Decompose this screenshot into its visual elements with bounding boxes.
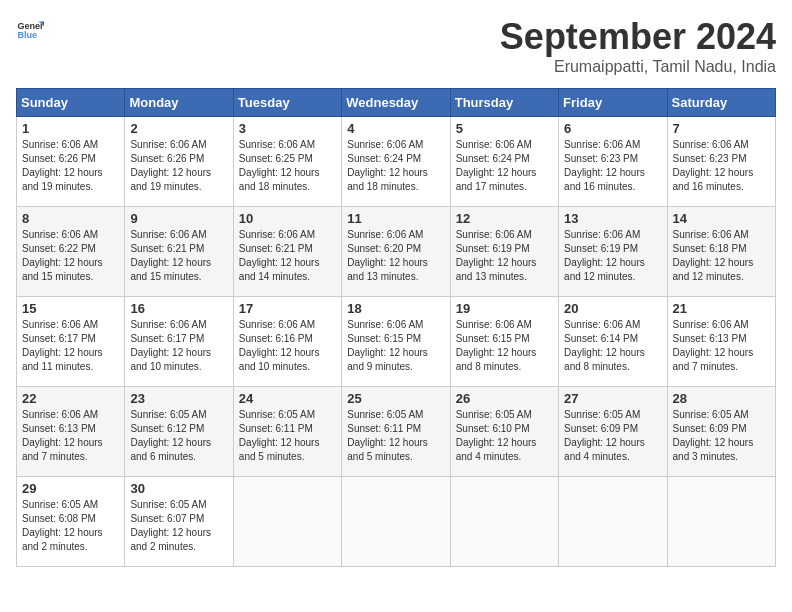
day-number: 30 xyxy=(130,481,227,496)
cell-content: Sunrise: 6:06 AM Sunset: 6:19 PM Dayligh… xyxy=(456,228,553,284)
table-row: 27Sunrise: 6:05 AM Sunset: 6:09 PM Dayli… xyxy=(559,387,667,477)
day-number: 28 xyxy=(673,391,770,406)
cell-content: Sunrise: 6:06 AM Sunset: 6:26 PM Dayligh… xyxy=(130,138,227,194)
day-number: 11 xyxy=(347,211,444,226)
calendar-table: Sunday Monday Tuesday Wednesday Thursday… xyxy=(16,88,776,567)
table-row: 20Sunrise: 6:06 AM Sunset: 6:14 PM Dayli… xyxy=(559,297,667,387)
table-row: 13Sunrise: 6:06 AM Sunset: 6:19 PM Dayli… xyxy=(559,207,667,297)
day-number: 1 xyxy=(22,121,119,136)
cell-content: Sunrise: 6:06 AM Sunset: 6:15 PM Dayligh… xyxy=(347,318,444,374)
table-row xyxy=(450,477,558,567)
table-row: 18Sunrise: 6:06 AM Sunset: 6:15 PM Dayli… xyxy=(342,297,450,387)
table-row: 9Sunrise: 6:06 AM Sunset: 6:21 PM Daylig… xyxy=(125,207,233,297)
cell-content: Sunrise: 6:06 AM Sunset: 6:19 PM Dayligh… xyxy=(564,228,661,284)
cell-content: Sunrise: 6:05 AM Sunset: 6:09 PM Dayligh… xyxy=(564,408,661,464)
day-number: 16 xyxy=(130,301,227,316)
header-thursday: Thursday xyxy=(450,89,558,117)
cell-content: Sunrise: 6:05 AM Sunset: 6:10 PM Dayligh… xyxy=(456,408,553,464)
day-number: 25 xyxy=(347,391,444,406)
day-number: 27 xyxy=(564,391,661,406)
table-row xyxy=(233,477,341,567)
table-row: 2Sunrise: 6:06 AM Sunset: 6:26 PM Daylig… xyxy=(125,117,233,207)
cell-content: Sunrise: 6:06 AM Sunset: 6:23 PM Dayligh… xyxy=(673,138,770,194)
calendar-body: 1Sunrise: 6:06 AM Sunset: 6:26 PM Daylig… xyxy=(17,117,776,567)
day-number: 6 xyxy=(564,121,661,136)
cell-content: Sunrise: 6:06 AM Sunset: 6:13 PM Dayligh… xyxy=(673,318,770,374)
header-friday: Friday xyxy=(559,89,667,117)
table-row: 5Sunrise: 6:06 AM Sunset: 6:24 PM Daylig… xyxy=(450,117,558,207)
calendar-title: September 2024 xyxy=(500,16,776,58)
cell-content: Sunrise: 6:06 AM Sunset: 6:22 PM Dayligh… xyxy=(22,228,119,284)
cell-content: Sunrise: 6:05 AM Sunset: 6:12 PM Dayligh… xyxy=(130,408,227,464)
day-number: 12 xyxy=(456,211,553,226)
day-number: 24 xyxy=(239,391,336,406)
table-row: 7Sunrise: 6:06 AM Sunset: 6:23 PM Daylig… xyxy=(667,117,775,207)
table-row: 28Sunrise: 6:05 AM Sunset: 6:09 PM Dayli… xyxy=(667,387,775,477)
day-number: 23 xyxy=(130,391,227,406)
table-row xyxy=(342,477,450,567)
day-number: 13 xyxy=(564,211,661,226)
cell-content: Sunrise: 6:05 AM Sunset: 6:08 PM Dayligh… xyxy=(22,498,119,554)
cell-content: Sunrise: 6:06 AM Sunset: 6:21 PM Dayligh… xyxy=(239,228,336,284)
day-number: 4 xyxy=(347,121,444,136)
cell-content: Sunrise: 6:06 AM Sunset: 6:20 PM Dayligh… xyxy=(347,228,444,284)
table-row: 23Sunrise: 6:05 AM Sunset: 6:12 PM Dayli… xyxy=(125,387,233,477)
table-row: 11Sunrise: 6:06 AM Sunset: 6:20 PM Dayli… xyxy=(342,207,450,297)
cell-content: Sunrise: 6:06 AM Sunset: 6:15 PM Dayligh… xyxy=(456,318,553,374)
day-number: 7 xyxy=(673,121,770,136)
table-row: 19Sunrise: 6:06 AM Sunset: 6:15 PM Dayli… xyxy=(450,297,558,387)
table-row: 22Sunrise: 6:06 AM Sunset: 6:13 PM Dayli… xyxy=(17,387,125,477)
cell-content: Sunrise: 6:06 AM Sunset: 6:25 PM Dayligh… xyxy=(239,138,336,194)
table-row: 15Sunrise: 6:06 AM Sunset: 6:17 PM Dayli… xyxy=(17,297,125,387)
logo: General Blue xyxy=(16,16,44,44)
day-number: 18 xyxy=(347,301,444,316)
day-number: 19 xyxy=(456,301,553,316)
day-number: 5 xyxy=(456,121,553,136)
day-number: 9 xyxy=(130,211,227,226)
cell-content: Sunrise: 6:06 AM Sunset: 6:26 PM Dayligh… xyxy=(22,138,119,194)
cell-content: Sunrise: 6:05 AM Sunset: 6:07 PM Dayligh… xyxy=(130,498,227,554)
page-header: General Blue September 2024 Erumaippatti… xyxy=(16,16,776,76)
header-tuesday: Tuesday xyxy=(233,89,341,117)
cell-content: Sunrise: 6:06 AM Sunset: 6:17 PM Dayligh… xyxy=(22,318,119,374)
table-row: 6Sunrise: 6:06 AM Sunset: 6:23 PM Daylig… xyxy=(559,117,667,207)
cell-content: Sunrise: 6:05 AM Sunset: 6:11 PM Dayligh… xyxy=(239,408,336,464)
table-row: 1Sunrise: 6:06 AM Sunset: 6:26 PM Daylig… xyxy=(17,117,125,207)
day-number: 14 xyxy=(673,211,770,226)
day-number: 20 xyxy=(564,301,661,316)
table-row xyxy=(667,477,775,567)
svg-text:Blue: Blue xyxy=(17,30,37,40)
cell-content: Sunrise: 6:06 AM Sunset: 6:24 PM Dayligh… xyxy=(456,138,553,194)
title-section: September 2024 Erumaippatti, Tamil Nadu,… xyxy=(500,16,776,76)
table-row: 4Sunrise: 6:06 AM Sunset: 6:24 PM Daylig… xyxy=(342,117,450,207)
day-number: 3 xyxy=(239,121,336,136)
cell-content: Sunrise: 6:06 AM Sunset: 6:23 PM Dayligh… xyxy=(564,138,661,194)
table-row: 30Sunrise: 6:05 AM Sunset: 6:07 PM Dayli… xyxy=(125,477,233,567)
table-row: 14Sunrise: 6:06 AM Sunset: 6:18 PM Dayli… xyxy=(667,207,775,297)
logo-icon: General Blue xyxy=(16,16,44,44)
header-saturday: Saturday xyxy=(667,89,775,117)
table-row: 25Sunrise: 6:05 AM Sunset: 6:11 PM Dayli… xyxy=(342,387,450,477)
table-row: 26Sunrise: 6:05 AM Sunset: 6:10 PM Dayli… xyxy=(450,387,558,477)
table-row: 29Sunrise: 6:05 AM Sunset: 6:08 PM Dayli… xyxy=(17,477,125,567)
header-sunday: Sunday xyxy=(17,89,125,117)
cell-content: Sunrise: 6:05 AM Sunset: 6:09 PM Dayligh… xyxy=(673,408,770,464)
header-monday: Monday xyxy=(125,89,233,117)
day-number: 26 xyxy=(456,391,553,406)
table-row xyxy=(559,477,667,567)
day-number: 22 xyxy=(22,391,119,406)
table-row: 16Sunrise: 6:06 AM Sunset: 6:17 PM Dayli… xyxy=(125,297,233,387)
cell-content: Sunrise: 6:06 AM Sunset: 6:14 PM Dayligh… xyxy=(564,318,661,374)
calendar-subtitle: Erumaippatti, Tamil Nadu, India xyxy=(500,58,776,76)
table-row: 3Sunrise: 6:06 AM Sunset: 6:25 PM Daylig… xyxy=(233,117,341,207)
cell-content: Sunrise: 6:06 AM Sunset: 6:21 PM Dayligh… xyxy=(130,228,227,284)
cell-content: Sunrise: 6:06 AM Sunset: 6:16 PM Dayligh… xyxy=(239,318,336,374)
table-row: 21Sunrise: 6:06 AM Sunset: 6:13 PM Dayli… xyxy=(667,297,775,387)
cell-content: Sunrise: 6:06 AM Sunset: 6:17 PM Dayligh… xyxy=(130,318,227,374)
cell-content: Sunrise: 6:06 AM Sunset: 6:24 PM Dayligh… xyxy=(347,138,444,194)
day-number: 15 xyxy=(22,301,119,316)
day-number: 21 xyxy=(673,301,770,316)
cell-content: Sunrise: 6:06 AM Sunset: 6:18 PM Dayligh… xyxy=(673,228,770,284)
day-number: 17 xyxy=(239,301,336,316)
table-row: 24Sunrise: 6:05 AM Sunset: 6:11 PM Dayli… xyxy=(233,387,341,477)
